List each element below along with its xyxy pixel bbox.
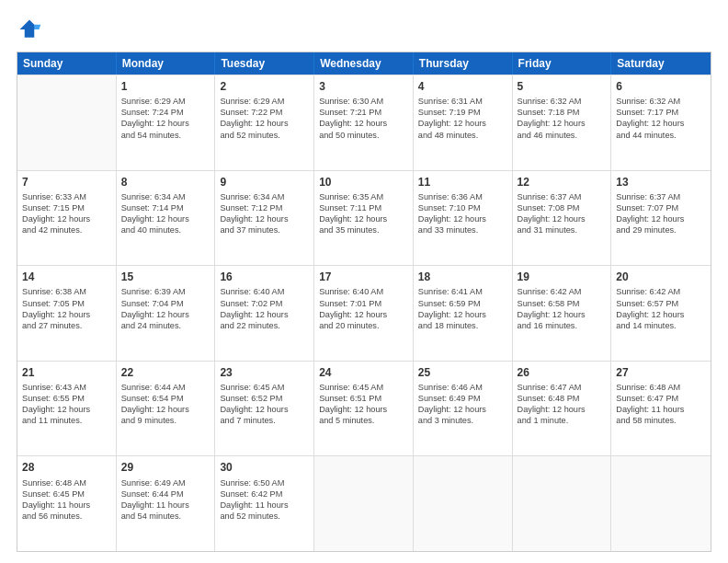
cell-info-line: and 5 minutes. [319,415,408,426]
calendar-cell: 15Sunrise: 6:39 AMSunset: 7:04 PMDayligh… [117,266,216,361]
cell-info-line: Sunset: 6:47 PM [616,393,706,404]
cell-info-line: Sunset: 6:58 PM [518,298,607,309]
cell-info-line: Sunrise: 6:44 AM [121,382,210,393]
cell-info-line: Sunrise: 6:35 AM [319,191,408,202]
cell-info-line: Sunset: 7:21 PM [319,107,408,118]
day-number: 25 [418,365,507,380]
calendar-cell: 6Sunrise: 6:32 AMSunset: 7:17 PMDaylight… [611,75,711,170]
cell-info-line: and 9 minutes. [121,415,210,426]
logo-icon [17,17,42,42]
day-number: 21 [22,365,111,380]
calendar-cell: 28Sunrise: 6:48 AMSunset: 6:45 PMDayligh… [17,456,117,551]
day-number: 29 [121,460,210,475]
cell-info-line: Daylight: 12 hours [220,118,309,129]
calendar-cell: 21Sunrise: 6:43 AMSunset: 6:55 PMDayligh… [17,362,117,456]
day-number: 7 [22,175,111,190]
cell-info-line: Daylight: 12 hours [418,404,507,415]
page: SundayMondayTuesdayWednesdayThursdayFrid… [0,0,728,563]
calendar-cell [611,456,711,551]
cell-info-line: Sunrise: 6:34 AM [220,191,309,202]
cell-info-line: and 16 minutes. [518,320,607,331]
cell-info-line: Daylight: 12 hours [616,213,706,224]
cell-info-line: Sunrise: 6:36 AM [418,191,507,202]
calendar-cell: 24Sunrise: 6:45 AMSunset: 6:51 PMDayligh… [314,362,414,456]
cell-info-line: and 46 minutes. [518,130,607,141]
day-number: 6 [616,79,706,94]
day-number: 8 [121,175,210,190]
cell-info-line: Sunset: 6:48 PM [518,393,607,404]
cell-info-line: and 52 minutes. [220,511,309,522]
cell-info-line: Sunrise: 6:39 AM [121,286,210,297]
cell-info-line: Sunrise: 6:43 AM [22,382,111,393]
weekday-header: Friday [513,52,612,75]
day-number: 14 [22,270,111,284]
cell-info-line: and 48 minutes. [418,130,507,141]
calendar-cell: 10Sunrise: 6:35 AMSunset: 7:11 PMDayligh… [314,171,414,266]
cell-info-line: Sunrise: 6:41 AM [418,286,507,297]
calendar-cell: 4Sunrise: 6:31 AMSunset: 7:19 PMDaylight… [414,75,513,170]
weekday-header: Wednesday [314,52,414,75]
cell-info-line: Daylight: 11 hours [22,500,111,511]
cell-info-line: Sunrise: 6:42 AM [518,286,607,297]
svg-marker-1 [34,25,40,29]
cell-info-line: Sunset: 7:02 PM [220,298,309,309]
calendar-cell: 19Sunrise: 6:42 AMSunset: 6:58 PMDayligh… [513,266,612,361]
cell-info-line: Sunset: 6:55 PM [22,393,111,404]
cell-info-line: and 58 minutes. [616,415,706,426]
day-number: 1 [121,79,210,94]
cell-info-line: Sunrise: 6:37 AM [616,191,706,202]
calendar-cell: 8Sunrise: 6:34 AMSunset: 7:14 PMDaylight… [117,171,216,266]
cell-info-line: Daylight: 12 hours [518,118,607,129]
cell-info-line: Sunrise: 6:38 AM [22,286,111,297]
cell-info-line: Sunrise: 6:33 AM [22,191,111,202]
cell-info-line: and 27 minutes. [22,320,111,331]
cell-info-line: Sunrise: 6:48 AM [616,382,706,393]
day-number: 13 [616,175,706,190]
cell-info-line: Sunrise: 6:49 AM [121,477,210,488]
calendar-cell: 5Sunrise: 6:32 AMSunset: 7:18 PMDaylight… [513,75,612,170]
cell-info-line: Sunset: 6:44 PM [121,488,210,500]
calendar-cell [414,456,513,551]
calendar-cell: 16Sunrise: 6:40 AMSunset: 7:02 PMDayligh… [215,266,314,361]
cell-info-line: Daylight: 12 hours [121,404,210,415]
cell-info-line: Sunset: 7:08 PM [518,202,607,213]
cell-info-line: Sunrise: 6:47 AM [518,382,607,393]
day-number: 17 [319,270,408,284]
day-number: 11 [418,175,507,190]
cell-info-line: Sunset: 6:51 PM [319,393,408,404]
cell-info-line: and 11 minutes. [22,415,111,426]
day-number: 19 [518,270,607,284]
calendar-cell: 25Sunrise: 6:46 AMSunset: 6:49 PMDayligh… [414,362,513,456]
cell-info-line: Sunset: 7:24 PM [121,107,210,118]
cell-info-line: Sunrise: 6:46 AM [418,382,507,393]
weekday-header: Sunday [17,52,117,75]
cell-info-line: Sunset: 6:59 PM [418,298,507,309]
cell-info-line: Sunset: 7:15 PM [22,202,111,213]
cell-info-line: Daylight: 12 hours [220,213,309,224]
cell-info-line: Daylight: 11 hours [220,500,309,511]
cell-info-line: and 3 minutes. [418,415,507,426]
cell-info-line: Sunset: 7:22 PM [220,107,309,118]
cell-info-line: Sunrise: 6:42 AM [616,286,706,297]
day-number: 23 [220,365,309,380]
cell-info-line: Sunset: 7:12 PM [220,202,309,213]
calendar-cell: 23Sunrise: 6:45 AMSunset: 6:52 PMDayligh… [215,362,314,456]
day-number: 3 [319,79,408,94]
calendar-cell: 12Sunrise: 6:37 AMSunset: 7:08 PMDayligh… [513,171,612,266]
cell-info-line: and 56 minutes. [22,511,111,522]
cell-info-line: Sunrise: 6:45 AM [319,382,408,393]
calendar-cell: 29Sunrise: 6:49 AMSunset: 6:44 PMDayligh… [117,456,216,551]
cell-info-line: Sunset: 7:10 PM [418,202,507,213]
cell-info-line: Daylight: 12 hours [22,404,111,415]
cell-info-line: Sunrise: 6:40 AM [220,286,309,297]
cell-info-line: and 1 minute. [518,415,607,426]
calendar-row: 21Sunrise: 6:43 AMSunset: 6:55 PMDayligh… [17,361,711,456]
cell-info-line: Sunrise: 6:50 AM [220,477,309,488]
cell-info-line: Daylight: 12 hours [319,309,408,320]
cell-info-line: and 14 minutes. [616,320,706,331]
calendar-row: 28Sunrise: 6:48 AMSunset: 6:45 PMDayligh… [17,455,711,551]
day-number: 18 [418,270,507,284]
weekday-header: Thursday [414,52,513,75]
calendar-header: SundayMondayTuesdayWednesdayThursdayFrid… [17,52,711,75]
cell-info-line: Sunset: 6:52 PM [220,393,309,404]
